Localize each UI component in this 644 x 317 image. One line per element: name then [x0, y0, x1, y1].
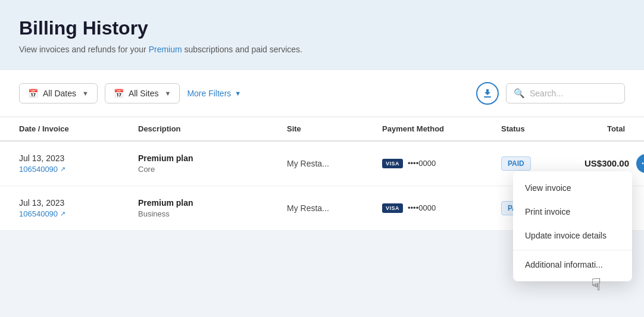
premium-link[interactable]: Premium	[149, 45, 182, 54]
row1-actions-button[interactable]: ⋯	[636, 154, 644, 173]
external-link-icon: ↗	[60, 210, 65, 218]
more-filters-label: More Filters	[187, 89, 231, 98]
row1-invoice-id: 106540090	[19, 165, 58, 174]
dropdown-additional-info[interactable]: Additional informati... ☟	[513, 253, 632, 277]
row1-status-badge: PAID	[501, 156, 531, 171]
row2-invoice-id: 106540090	[19, 209, 58, 218]
row1-site-cell: My Resta...	[287, 158, 382, 169]
table-row: Jul 13, 2023 106540090 ↗ Premium plan Co…	[0, 142, 644, 186]
subtitle-rest: subscriptions and paid services.	[182, 45, 302, 54]
subtitle-text: View invoices and refunds for your	[19, 45, 149, 54]
row2-desc-name: Premium plan	[138, 198, 287, 208]
col-status: Status	[501, 124, 584, 133]
row1-payment-cell: VISA ••••0000	[382, 159, 501, 168]
billing-table: Date / Invoice Description Site Payment …	[0, 117, 644, 231]
row2-visa-badge: VISA	[382, 203, 403, 213]
download-button[interactable]	[476, 82, 499, 105]
search-box: 🔍	[506, 83, 625, 103]
filters-bar: 📅 All Dates ▼ 📅 All Sites ▼ More Filters…	[0, 70, 644, 117]
row2-date-cell: Jul 13, 2023 106540090 ↗	[19, 198, 138, 218]
row2-card-dots: ••••0000	[408, 203, 436, 212]
row2-desc-cell: Premium plan Business	[138, 198, 287, 218]
cursor-hand-icon: ☟	[591, 275, 601, 294]
table-header-row: Date / Invoice Description Site Payment …	[0, 117, 644, 142]
sites-calendar-icon: 📅	[114, 89, 124, 98]
more-filters-button[interactable]: More Filters ▼	[187, 89, 241, 98]
dropdown-divider	[513, 250, 632, 250]
row1-invoice-link[interactable]: 106540090 ↗	[19, 165, 138, 174]
row2-payment-cell: VISA ••••0000	[382, 203, 501, 213]
search-input[interactable]	[530, 89, 617, 98]
dropdown-update-invoice[interactable]: Update invoice details	[513, 224, 632, 247]
search-icon: 🔍	[514, 88, 525, 99]
dates-chevron-icon: ▼	[82, 90, 89, 97]
row2-date: Jul 13, 2023	[19, 198, 138, 208]
external-link-icon: ↗	[60, 165, 65, 173]
row1-site: My Resta...	[287, 159, 329, 168]
row1-total-amount: US$300.00	[584, 158, 629, 168]
row1-total-cell: US$300.00 ⋯	[584, 154, 644, 173]
more-filters-chevron-icon: ▼	[235, 90, 241, 97]
row1-desc-name: Premium plan	[138, 153, 287, 163]
sites-filter-label: All Sites	[129, 89, 159, 98]
row1-date-cell: Jul 13, 2023 106540090 ↗	[19, 153, 138, 174]
ellipsis-icon: ⋯	[641, 158, 644, 169]
download-icon	[483, 89, 492, 98]
calendar-icon: 📅	[28, 89, 38, 98]
col-date-invoice: Date / Invoice	[19, 124, 138, 133]
row1-desc-sub: Core	[138, 165, 287, 174]
col-payment-method: Payment Method	[382, 124, 501, 133]
row1-card-dots: ••••0000	[408, 159, 436, 168]
row2-desc-sub: Business	[138, 209, 287, 218]
page-subtitle: View invoices and refunds for your Premi…	[19, 44, 625, 56]
row1-desc-cell: Premium plan Core	[138, 153, 287, 174]
page-header: Billing History View invoices and refund…	[0, 0, 644, 70]
row1-visa-badge: VISA	[382, 159, 403, 168]
row2-site: My Resta...	[287, 203, 329, 213]
page-title: Billing History	[19, 17, 625, 39]
col-site: Site	[287, 124, 382, 133]
dropdown-print-invoice[interactable]: Print invoice	[513, 200, 632, 224]
svg-rect-0	[484, 96, 491, 98]
row1-date: Jul 13, 2023	[19, 153, 138, 163]
row1-dropdown-menu: View invoice Print invoice Update invoic…	[513, 171, 632, 281]
col-description: Description	[138, 124, 287, 133]
dropdown-view-invoice[interactable]: View invoice	[513, 176, 632, 200]
row2-invoice-link[interactable]: 106540090 ↗	[19, 209, 138, 218]
row2-site-cell: My Resta...	[287, 203, 382, 214]
dates-filter-label: All Dates	[43, 89, 76, 98]
row1-status-cell: PAID	[501, 156, 584, 171]
col-total: Total	[584, 124, 625, 133]
sites-filter-button[interactable]: 📅 All Sites ▼	[105, 83, 180, 103]
sites-chevron-icon: ▼	[165, 90, 171, 97]
dates-filter-button[interactable]: 📅 All Dates ▼	[19, 83, 98, 103]
